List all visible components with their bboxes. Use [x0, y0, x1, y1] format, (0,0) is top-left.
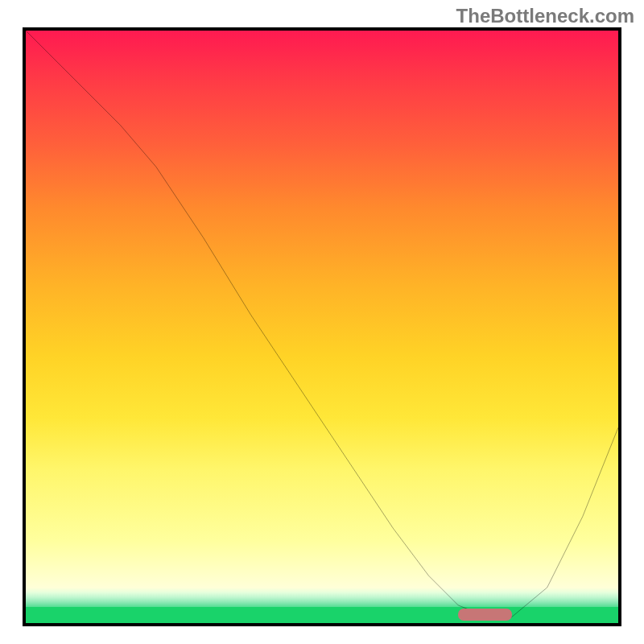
optimal-marker [458, 609, 511, 621]
bottleneck-curve [26, 31, 618, 623]
watermark-text: TheBottleneck.com [456, 5, 634, 27]
plot-area [23, 27, 621, 626]
figure-container: TheBottleneck.com [0, 0, 644, 644]
curve-line [26, 31, 618, 617]
